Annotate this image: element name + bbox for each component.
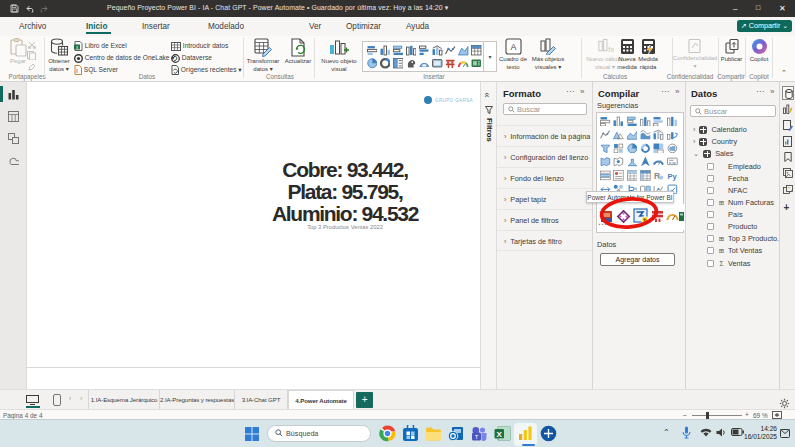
svg-text:Py: Py: [667, 172, 677, 181]
svg-text:X: X: [497, 430, 503, 439]
svg-text:fx: fx: [608, 45, 614, 54]
svg-text:A: A: [510, 42, 516, 52]
svg-text:T: T: [475, 434, 479, 440]
